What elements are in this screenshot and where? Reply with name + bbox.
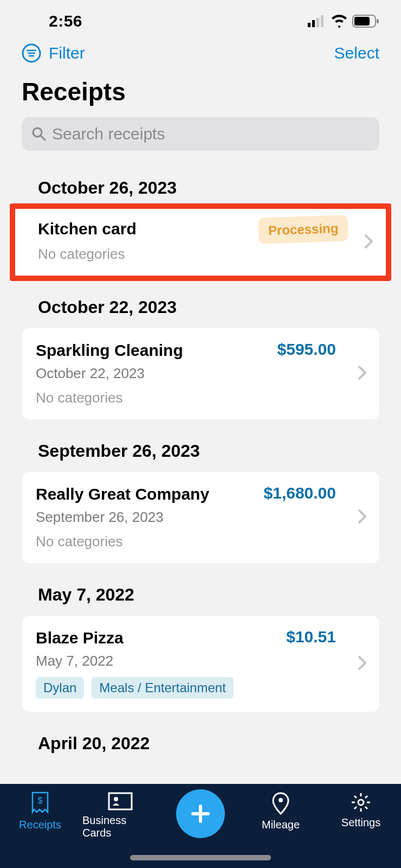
select-button[interactable]: Select (334, 44, 379, 62)
gear-icon (350, 792, 372, 813)
svg-point-18 (279, 798, 283, 802)
receipt-card[interactable]: Sparkling Cleaning $595.00 October 22, 2… (22, 328, 379, 419)
svg-line-24 (354, 796, 357, 798)
nav-mileage[interactable]: Mileage (243, 792, 319, 831)
home-indicator[interactable] (130, 855, 271, 860)
svg-rect-1 (312, 20, 315, 27)
receipt-amount: $595.00 (277, 340, 336, 359)
filter-icon (22, 43, 41, 63)
receipt-tag[interactable]: Meals / Entertainment (92, 677, 233, 699)
section-header: April 20, 2022 (0, 717, 401, 759)
receipt-card[interactable]: Blaze Pizza $10.51 May 7, 2022 Dylan Mea… (22, 616, 379, 712)
filter-button[interactable]: Filter (22, 43, 85, 63)
nav-settings[interactable]: Settings (323, 792, 399, 829)
wifi-icon (331, 15, 348, 28)
svg-line-25 (365, 807, 367, 809)
receipt-icon: $ (29, 792, 51, 815)
section-header: October 26, 2023 (0, 167, 401, 203)
nav-add[interactable] (163, 792, 238, 838)
receipt-nocategories: No categories (36, 533, 365, 550)
processing-badge: Processing (258, 215, 348, 244)
svg-point-19 (358, 800, 364, 805)
nav-label: Receipts (19, 819, 61, 831)
receipt-subdate: September 26, 2023 (36, 509, 365, 526)
receipt-card[interactable]: Really Great Company $1,680.00 September… (22, 472, 379, 563)
receipt-subdate: May 7, 2022 (36, 653, 365, 669)
svg-line-26 (354, 807, 357, 809)
search-icon (31, 126, 47, 142)
location-icon (271, 792, 290, 815)
page-title: Receipts (0, 74, 401, 117)
chevron-right-icon (358, 655, 367, 673)
filter-label: Filter (49, 44, 85, 62)
chevron-right-icon (358, 365, 367, 382)
svg-line-27 (365, 796, 367, 798)
nav-label: Settings (341, 816, 380, 829)
section-header: September 26, 2023 (0, 425, 401, 467)
add-button[interactable] (176, 789, 225, 838)
receipt-tag[interactable]: Dylan (36, 677, 84, 699)
receipt-amount: $1,680.00 (264, 484, 336, 502)
svg-rect-5 (354, 17, 370, 25)
receipt-nocategories: No categories (38, 246, 367, 263)
receipt-nocategories: No categories (36, 390, 365, 406)
chevron-right-icon (358, 509, 367, 526)
status-time: 2:56 (49, 12, 82, 30)
svg-point-15 (114, 797, 118, 801)
svg-rect-14 (109, 793, 132, 809)
battery-icon (352, 15, 379, 28)
top-bar: Filter Select (0, 38, 401, 74)
section-header: October 22, 2023 (0, 281, 401, 323)
nav-label: Business Cards (82, 814, 158, 839)
nav-receipts[interactable]: $ Receipts (2, 792, 78, 831)
svg-rect-2 (316, 18, 319, 27)
svg-rect-3 (321, 15, 324, 27)
nav-label: Mileage (262, 819, 300, 831)
status-bar: 2:56 (0, 0, 401, 38)
nav-business-cards[interactable]: Business Cards (82, 792, 158, 839)
svg-rect-0 (308, 23, 311, 27)
cellular-icon (308, 15, 326, 27)
svg-text:$: $ (38, 796, 43, 805)
section-header: May 7, 2022 (0, 569, 401, 610)
receipt-amount: $10.51 (286, 628, 336, 646)
search-input[interactable]: Search receipts (22, 117, 379, 151)
svg-line-12 (41, 136, 45, 140)
business-card-icon (107, 792, 133, 811)
receipt-card[interactable]: Kitchen card Processing No categories (10, 203, 391, 281)
receipt-subdate: October 22, 2023 (36, 365, 365, 382)
plus-icon (189, 802, 212, 826)
search-placeholder: Search receipts (52, 125, 165, 143)
receipt-tags: Dylan Meals / Entertainment (36, 677, 365, 699)
svg-rect-6 (377, 19, 379, 23)
status-icons (308, 15, 379, 28)
chevron-right-icon (364, 234, 374, 251)
